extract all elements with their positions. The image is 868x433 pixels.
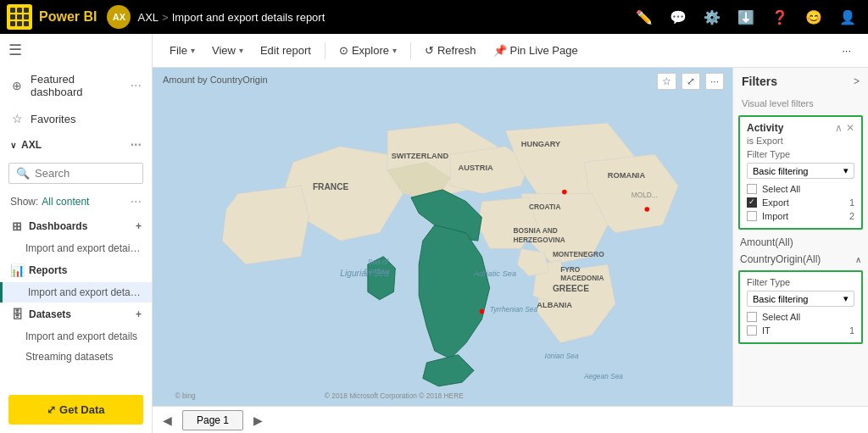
axl-dots-icon[interactable]: ··· — [131, 137, 142, 153]
featured-dots-icon[interactable]: ··· — [131, 78, 142, 93]
filters-expand-icon[interactable]: > — [854, 75, 860, 87]
country-filter-type-row: Filter Type — [747, 277, 854, 287]
app-logo: Power BI — [39, 9, 97, 25]
svg-text:MOLD...: MOLD... — [632, 191, 658, 199]
axl-chevron-icon: ∨ — [10, 141, 16, 150]
sidebar-item-featured[interactable]: ⊕ Featured dashboard ··· — [0, 66, 152, 105]
svg-text:Tyrrhenian Sea: Tyrrhenian Sea — [490, 305, 538, 314]
country-select-all-row[interactable]: Select All — [747, 310, 854, 324]
svg-text:Adriatic Sea: Adriatic Sea — [473, 269, 516, 278]
edit-icon[interactable]: ✏️ — [631, 6, 658, 29]
svg-text:BOSNIA ANDHERZEGOVINA: BOSNIA ANDHERZEGOVINA — [514, 226, 565, 244]
sidebar-collapse-button[interactable]: ☰ — [0, 34, 152, 66]
user-icon[interactable]: 👤 — [834, 6, 861, 29]
map-toolbar: ☆ ⤢ ··· — [657, 73, 724, 90]
activity-select-all-checkbox[interactable] — [747, 184, 757, 194]
activity-filter-name: Activity — [747, 122, 783, 134]
activity-filter-subtitle2: Filter Type — [747, 149, 854, 159]
activity-option-import[interactable]: Import 2 — [747, 209, 854, 223]
reports-icon: 📊 — [10, 264, 24, 277]
country-dropdown-chevron-icon: ▾ — [843, 293, 849, 304]
country-dropdown-row: Basic filtering ▾ — [747, 291, 854, 307]
sidebar-show-row[interactable]: Show: All content ··· — [0, 189, 152, 214]
edit-report-label: Edit report — [260, 44, 311, 57]
country-select-all-checkbox[interactable] — [747, 312, 757, 322]
reports-sub-item[interactable]: Import and export details... — [0, 282, 152, 303]
visual-level-filters-label: Visual level filters — [733, 95, 868, 112]
home-icon: ⊕ — [10, 79, 24, 92]
activity-export-label: Export — [762, 197, 844, 208]
report-toolbar: File ▾ View ▾ Edit report ⊙ Explore ▾ ↺ … — [153, 34, 868, 68]
settings-icon[interactable]: ⚙️ — [698, 6, 726, 29]
activity-filter-type-row: Basic filtering ▾ — [747, 163, 854, 179]
activity-import-checkbox[interactable] — [747, 211, 757, 221]
help-icon[interactable]: ❓ — [766, 6, 793, 29]
waffle-menu[interactable] — [7, 4, 32, 30]
refresh-icon: ↺ — [425, 44, 434, 57]
more-options-button[interactable]: ··· — [835, 41, 858, 60]
activity-clear-icon[interactable]: ✕ — [846, 122, 854, 134]
dashboard-icon: ⊞ — [10, 219, 24, 233]
file-label: File — [170, 44, 187, 57]
main-wrapper: ☰ ⊕ Featured dashboard ··· ☆ Favorites ∨… — [0, 34, 868, 433]
add-dashboard-icon[interactable]: + — [136, 220, 142, 232]
get-data-button[interactable]: ⤢ Get Data — [8, 395, 143, 425]
filters-panel: Filters > Visual level filters Activity … — [732, 68, 868, 406]
activity-collapse-icon[interactable]: ∧ — [835, 122, 843, 134]
amount-filter-label: Amount(All) — [733, 233, 868, 252]
activity-export-checkbox[interactable] — [747, 197, 757, 208]
country-filter-label: CountryOrigin(All) ∧ — [733, 252, 868, 267]
country-filter-type-value: Basic filtering — [753, 294, 808, 304]
activity-title-row: Activity ∧ ✕ — [747, 122, 854, 134]
activity-export-count: 1 — [849, 197, 854, 208]
view-menu[interactable]: View ▾ — [205, 41, 250, 60]
dashboard-sub-item[interactable]: Import and export details... — [0, 238, 152, 258]
map-visual: FRANCE SWITZERLAND AUSTRIA HUNGARY ROMAN… — [153, 68, 732, 406]
search-input[interactable] — [35, 167, 136, 180]
explore-menu[interactable]: ⊙ Explore ▾ — [332, 41, 403, 60]
svg-text:Ionian Sea: Ionian Sea — [545, 352, 579, 360]
activity-filter-subtitle: is Export — [747, 136, 854, 146]
page-prev-arrow[interactable]: ◀ — [159, 412, 175, 429]
svg-text:HUNGARY: HUNGARY — [521, 140, 561, 148]
sidebar-section-axl[interactable]: ∨ AXL ··· — [0, 132, 152, 158]
page-next-arrow[interactable]: ▶ — [250, 412, 266, 429]
comment-icon[interactable]: 💬 — [665, 6, 692, 29]
sidebar-section-dashboards[interactable]: ⊞ Dashboards + — [0, 214, 152, 238]
country-filter-card: Filter Type Basic filtering ▾ Select All — [738, 270, 863, 344]
edit-report-button[interactable]: Edit report — [253, 41, 318, 60]
svg-point-19 — [562, 190, 567, 195]
country-chevron-icon[interactable]: ∧ — [855, 255, 861, 264]
refresh-label: Refresh — [437, 44, 476, 57]
search-box[interactable]: 🔍 — [8, 163, 143, 184]
svg-text:CROATIA: CROATIA — [529, 203, 560, 211]
file-menu[interactable]: File ▾ — [163, 41, 202, 60]
topbar: Power BI AX AXL > Import and export deta… — [0, 0, 868, 34]
download-icon[interactable]: ⬇️ — [732, 6, 760, 29]
add-dataset-icon[interactable]: + — [136, 308, 142, 320]
dataset-sub-item-2[interactable]: Streaming datasets — [0, 347, 152, 367]
country-filter-type-dropdown[interactable]: Basic filtering ▾ — [747, 291, 854, 307]
activity-filter-card: Activity ∧ ✕ is Export Filter Type Basic… — [738, 115, 863, 230]
sidebar-section-datasets[interactable]: 🗄 Datasets + — [0, 303, 152, 326]
map-focus-button[interactable]: ☆ — [657, 73, 676, 90]
map-more-button[interactable]: ··· — [705, 73, 724, 90]
map-container: Amount by CountryOrigin ☆ ⤢ ··· — [153, 68, 732, 406]
dataset-sub-item-1[interactable]: Import and export details — [0, 326, 152, 347]
emoji-icon[interactable]: 😊 — [800, 6, 827, 29]
country-it-label: IT — [762, 325, 844, 336]
activity-filter-type-dropdown[interactable]: Basic filtering ▾ — [747, 163, 854, 179]
country-option-it[interactable]: IT 1 — [747, 324, 854, 337]
page-tab-1[interactable]: Page 1 — [182, 410, 243, 430]
svg-text:AUSTRIA: AUSTRIA — [459, 164, 493, 172]
map-expand-button[interactable]: ⤢ — [682, 73, 700, 90]
sidebar-section-reports[interactable]: 📊 Reports — [0, 258, 152, 282]
activity-filter-actions: ∧ ✕ — [835, 122, 854, 134]
activity-option-export[interactable]: Export 1 — [747, 196, 854, 209]
activity-select-all-row[interactable]: Select All — [747, 182, 854, 196]
refresh-button[interactable]: ↺ Refresh — [418, 41, 483, 60]
pin-live-page-button[interactable]: 📌 Pin Live Page — [487, 41, 585, 60]
sidebar-item-favorites[interactable]: ☆ Favorites — [0, 105, 152, 132]
show-dots-icon[interactable]: ··· — [131, 194, 142, 209]
country-it-checkbox[interactable] — [747, 325, 757, 336]
